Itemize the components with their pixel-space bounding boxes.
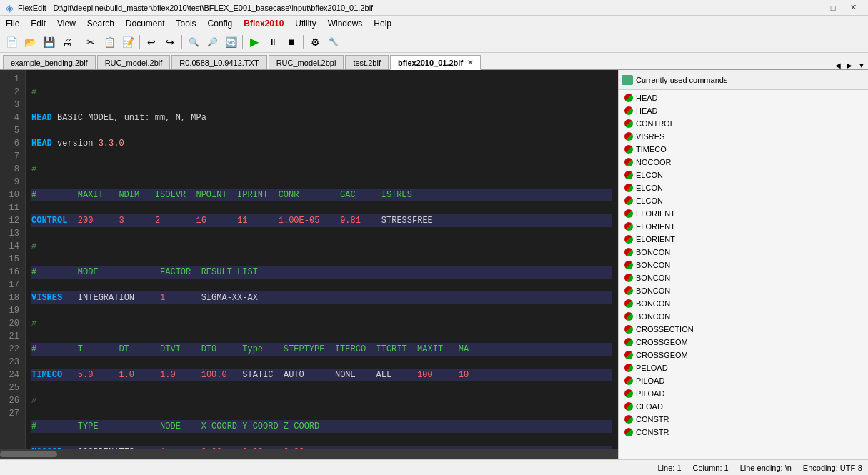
tree-item-12[interactable]: BONCON (619, 246, 868, 259)
settings-button[interactable]: ⚙ (306, 34, 324, 51)
redo-button[interactable]: ↪ (161, 34, 179, 51)
tab-label: RUC_model.2bpi (276, 59, 336, 67)
right-panel-tree[interactable]: HEADHEADCONTROLVISRESTIMECONOCOORELCONEL… (619, 90, 868, 459)
tree-item-4[interactable]: TIMECO (619, 143, 868, 156)
line-num: 24 (3, 369, 19, 381)
tab-ruc-model-2bpi[interactable]: RUC_model.2bpi (269, 55, 344, 69)
tab-r00588[interactable]: R0.0588_L0.9412.TXT (171, 55, 266, 69)
pause-button[interactable]: ⏸ (264, 34, 281, 51)
tabs-scroll-right[interactable]: ▶ (844, 61, 855, 69)
tree-item-7[interactable]: ELCON (619, 181, 868, 194)
line-num: 10 (3, 189, 19, 201)
replace-button[interactable]: 🔎 (204, 34, 221, 51)
menubar-item-config[interactable]: Config (202, 16, 239, 31)
tree-dot-10 (624, 222, 633, 231)
menubar-item-file[interactable]: File (0, 16, 25, 31)
print-button[interactable]: 🖨 (59, 34, 76, 51)
tree-item-23[interactable]: PILOAD (619, 387, 868, 400)
tree-item-18[interactable]: CROSSECTION (619, 323, 868, 336)
menubar-item-edit[interactable]: Edit (25, 16, 51, 31)
tab-close-icon[interactable]: ✕ (467, 59, 473, 66)
stop-button[interactable]: ⏹ (283, 34, 300, 51)
titlebar-controls[interactable]: — □ ✕ (804, 1, 862, 14)
code-line-12: TIMECO 5.0 1.0 1.0 100.0 STATIC AUTO NON… (31, 369, 612, 381)
tree-dot-2 (624, 119, 633, 128)
tree-item-13[interactable]: BONCON (619, 259, 868, 271)
tree-dot-1 (624, 106, 633, 115)
tab-label: R0.0588_L0.9412.TXT (179, 59, 259, 67)
save-button[interactable]: 💾 (40, 34, 57, 51)
tree-item-6[interactable]: ELCON (619, 169, 868, 181)
tab-example-bending[interactable]: example_bending.2bif (3, 55, 96, 69)
menubar-item-document[interactable]: Document (120, 16, 171, 31)
menubar-item-utility[interactable]: Utility (289, 16, 321, 31)
menubar-item-view[interactable]: View (51, 16, 81, 31)
editor-hscroll[interactable] (0, 449, 618, 459)
tree-item-2[interactable]: CONTROL (619, 117, 868, 130)
tree-item-15[interactable]: BONCON (619, 284, 868, 297)
tree-item-0[interactable]: HEAD (619, 91, 868, 104)
code-line-1: # (31, 86, 612, 99)
tools-button[interactable]: 🔧 (325, 34, 342, 51)
toolbar-separator-3 (181, 35, 182, 49)
statusbar: Line: 1 Column: 1 Line ending: \n Encodi… (0, 459, 868, 475)
tree-item-17[interactable]: BONCON (619, 310, 868, 323)
tree-item-3[interactable]: VISRES (619, 130, 868, 143)
refresh-button[interactable]: 🔄 (222, 34, 239, 51)
tab-ruc-model[interactable]: RUC_model.2bif (97, 55, 171, 69)
new-button[interactable]: 📄 (3, 34, 20, 51)
maximize-button[interactable]: □ (824, 1, 842, 14)
tree-item-19[interactable]: CROSSGEOM (619, 336, 868, 349)
tree-item-25[interactable]: CONSTR (619, 413, 868, 426)
tree-item-22[interactable]: PILOAD (619, 374, 868, 387)
tree-item-24[interactable]: CLOAD (619, 400, 868, 413)
cut-button[interactable]: ✂ (82, 34, 99, 51)
minimize-button[interactable]: — (804, 1, 822, 14)
tree-item-20[interactable]: CROSSGEOM (619, 349, 868, 361)
tabs-menu[interactable]: ▼ (855, 61, 868, 69)
code-line-3: HEAD version 3.3.0 (31, 137, 612, 150)
tree-label-18: CROSSECTION (636, 325, 694, 334)
hscroll-thumb[interactable] (0, 451, 57, 457)
tree-dot-12 (624, 248, 633, 256)
menubar-item-windows[interactable]: Windows (322, 16, 369, 31)
right-panel-title: Currently used commands (636, 76, 727, 84)
tree-item-8[interactable]: ELCON (619, 194, 868, 207)
tree-dot-22 (624, 376, 633, 385)
menubar-item-bflex2010[interactable]: Bflex2010 (238, 16, 289, 31)
tree-item-21[interactable]: PELOAD (619, 361, 868, 374)
menubar-item-search[interactable]: Search (81, 16, 120, 31)
tab-test[interactable]: test.2bif (345, 55, 389, 69)
tree-dot-20 (624, 351, 633, 359)
tabs-scroll-left[interactable]: ◀ (832, 61, 844, 69)
status-line: Line: 1 (658, 464, 682, 472)
tree-item-14[interactable]: BONCON (619, 271, 868, 284)
find-button[interactable]: 🔍 (185, 34, 202, 51)
tree-label-13: BONCON (636, 261, 670, 269)
tree-item-26[interactable]: CONSTR (619, 426, 868, 439)
tree-item-5[interactable]: NOCOOR (619, 156, 868, 169)
tree-item-11[interactable]: ELORIENT (619, 233, 868, 246)
tree-item-9[interactable]: ELORIENT (619, 207, 868, 220)
tree-dot-24 (624, 402, 633, 411)
tree-item-16[interactable]: BONCON (619, 297, 868, 310)
code-line-5: # MAXIT NDIM ISOLVR NPOINT IPRINT CONR G… (31, 189, 612, 201)
menubar-item-tools[interactable]: Tools (171, 16, 202, 31)
close-button[interactable]: ✕ (844, 1, 862, 14)
hscroll-track[interactable] (0, 451, 618, 457)
open-button[interactable]: 📂 (21, 34, 39, 51)
tree-label-15: BONCON (636, 286, 670, 295)
menubar-item-help[interactable]: Help (368, 16, 397, 31)
line-num: 15 (3, 253, 19, 266)
undo-button[interactable]: ↩ (143, 34, 160, 51)
tree-label-21: PELOAD (636, 364, 668, 372)
code-area[interactable]: # HEAD BASIC MODEL, unit: mm, N, MPa HEA… (26, 70, 618, 449)
paste-button[interactable]: 📝 (119, 34, 136, 51)
tree-item-1[interactable]: HEAD (619, 104, 868, 117)
tree-dot-15 (624, 286, 633, 295)
tree-item-10[interactable]: ELORIENT (619, 220, 868, 233)
run-button[interactable]: ▶ (246, 34, 263, 51)
tab-bflex2010[interactable]: bflex2010_01.2bif ✕ (390, 55, 481, 70)
editor-scroll[interactable]: 1 2 3 4 5 6 7 8 9 10 11 12 13 14 15 16 1 (0, 70, 618, 449)
copy-button[interactable]: 📋 (101, 34, 118, 51)
